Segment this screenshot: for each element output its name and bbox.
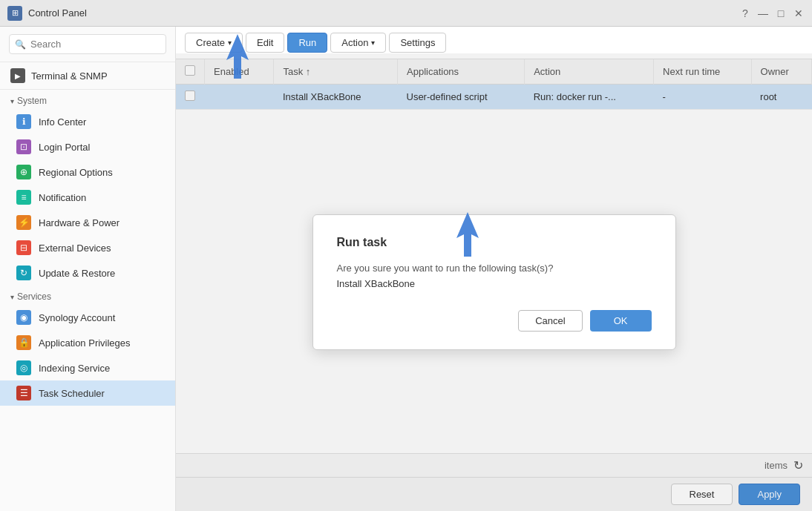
update-restore-icon: ↻ xyxy=(16,266,31,280)
sidebar-item-terminal[interactable]: ▶ Terminal & SNMP xyxy=(0,62,175,90)
modal-task-name: Install XBackBone xyxy=(337,278,416,289)
modal-body-text: Are you sure you want to run the followi… xyxy=(337,263,554,274)
modal-overlay: Run task Are you sure you want to run th… xyxy=(176,53,812,511)
chevron-down-icon: ▾ xyxy=(10,97,14,105)
indexing-service-icon: ◎ xyxy=(16,360,31,375)
sidebar-label-application-privileges: Application Privileges xyxy=(39,337,131,349)
section-services-label: Services xyxy=(17,291,51,302)
close-button[interactable]: ✕ xyxy=(793,7,805,19)
sidebar-item-synology-account[interactable]: ◉ Synology Account xyxy=(0,305,175,330)
notification-icon: ≡ xyxy=(16,190,31,205)
sidebar-item-hardware-power[interactable]: ⚡ Hardware & Power xyxy=(0,210,175,235)
section-services[interactable]: ▾ Services xyxy=(0,286,175,305)
sidebar-label-regional-options: Regional Options xyxy=(39,167,113,178)
hardware-power-icon: ⚡ xyxy=(16,215,31,230)
external-devices-icon: ⊟ xyxy=(16,240,31,255)
minimize-button[interactable]: — xyxy=(757,7,769,19)
sidebar-item-info-center[interactable]: ℹ Info Center xyxy=(0,109,175,134)
create-button[interactable]: Create ▾ xyxy=(185,33,243,53)
help-button[interactable]: ? xyxy=(739,7,751,19)
search-icon: 🔍 xyxy=(15,39,26,50)
sidebar-label-notification: Notification xyxy=(39,192,86,203)
sidebar-item-indexing-service[interactable]: ◎ Indexing Service xyxy=(0,355,175,380)
sidebar-item-task-scheduler[interactable]: ☰ Task Scheduler xyxy=(0,380,175,406)
sidebar-label-update-restore: Update & Restore xyxy=(39,268,115,279)
app-icon: ⊞ xyxy=(7,6,22,21)
search-input[interactable] xyxy=(9,34,166,54)
modal-title: Run task xyxy=(337,236,652,249)
application-privileges-icon: 🔒 xyxy=(16,335,31,350)
sidebar-label-synology-account: Synology Account xyxy=(39,312,115,323)
sidebar-item-login-portal[interactable]: ⊡ Login Portal xyxy=(0,134,175,159)
edit-button[interactable]: Edit xyxy=(246,33,284,53)
sidebar-label-indexing-service: Indexing Service xyxy=(39,363,110,374)
app-title: Control Panel xyxy=(28,7,733,19)
modal-footer: Cancel OK xyxy=(337,310,652,332)
sidebar-label-hardware-power: Hardware & Power xyxy=(39,217,119,228)
sidebar: 🔍 ▶ Terminal & SNMP ▾ System ℹ Info Cent… xyxy=(0,27,176,511)
sidebar-label-task-scheduler: Task Scheduler xyxy=(39,388,105,399)
sidebar-item-update-restore[interactable]: ↻ Update & Restore xyxy=(0,260,175,286)
info-center-icon: ℹ xyxy=(16,114,31,129)
maximize-button[interactable]: □ xyxy=(775,7,787,19)
sidebar-label-info-center: Info Center xyxy=(39,116,86,128)
sidebar-item-external-devices[interactable]: ⊟ External Devices xyxy=(0,235,175,260)
action-dropdown-arrow: ▾ xyxy=(371,39,375,47)
chevron-down-icon-2: ▾ xyxy=(10,293,14,301)
create-dropdown-arrow: ▾ xyxy=(228,39,232,47)
sidebar-search-container: 🔍 xyxy=(0,27,175,62)
run-button[interactable]: Run xyxy=(287,33,327,53)
action-button[interactable]: Action ▾ xyxy=(330,33,386,53)
task-scheduler-icon: ☰ xyxy=(16,386,31,400)
modal-body: Are you sure you want to run the followi… xyxy=(337,261,652,292)
terminal-icon: ▶ xyxy=(10,68,25,83)
settings-button[interactable]: Settings xyxy=(389,33,446,53)
section-system[interactable]: ▾ System xyxy=(0,90,175,109)
window-controls: ? — □ ✕ xyxy=(739,7,805,19)
sidebar-label-external-devices: External Devices xyxy=(39,243,111,254)
sidebar-item-application-privileges[interactable]: 🔒 Application Privileges xyxy=(0,330,175,355)
modal-cancel-button[interactable]: Cancel xyxy=(518,310,582,332)
sidebar-item-regional-options[interactable]: ⊕ Regional Options xyxy=(0,159,175,185)
section-system-label: System xyxy=(17,96,47,106)
titlebar: ⊞ Control Panel ? — □ ✕ xyxy=(0,0,812,27)
sidebar-label-login-portal: Login Portal xyxy=(39,142,90,153)
synology-account-icon: ◉ xyxy=(16,310,31,325)
login-portal-icon: ⊡ xyxy=(16,139,31,154)
terminal-label: Terminal & SNMP xyxy=(31,70,108,82)
modal-ok-button[interactable]: OK xyxy=(590,310,652,332)
regional-options-icon: ⊕ xyxy=(16,165,31,179)
run-task-modal: Run task Are you sure you want to run th… xyxy=(312,214,676,350)
sidebar-item-notification[interactable]: ≡ Notification xyxy=(0,185,175,210)
